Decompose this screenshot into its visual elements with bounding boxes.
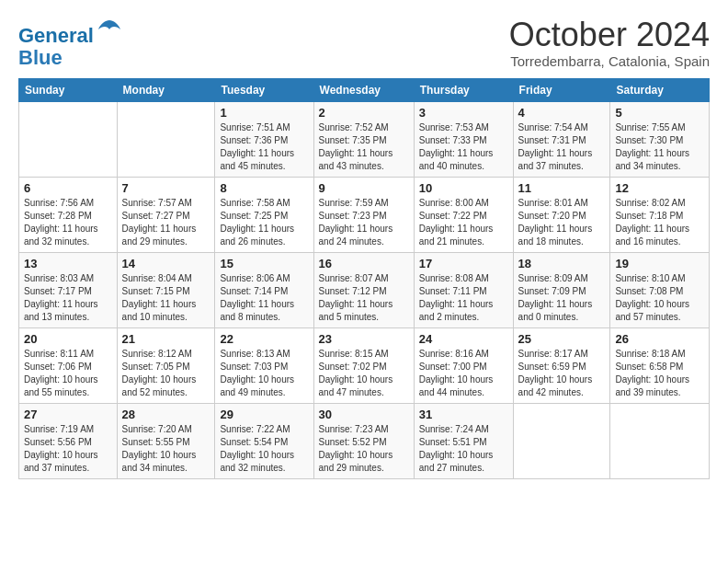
calendar-cell: 9Sunrise: 7:59 AM Sunset: 7:23 PM Daylig… xyxy=(313,178,414,253)
header-row: SundayMondayTuesdayWednesdayThursdayFrid… xyxy=(19,79,710,102)
logo-line2: Blue xyxy=(18,46,63,69)
day-of-week-header: Wednesday xyxy=(313,79,414,102)
day-number: 11 xyxy=(518,181,606,195)
day-detail: Sunrise: 8:08 AM Sunset: 7:11 PM Dayligh… xyxy=(419,272,508,324)
calendar-table: SundayMondayTuesdayWednesdayThursdayFrid… xyxy=(18,78,710,479)
day-number: 12 xyxy=(615,181,704,195)
day-number: 24 xyxy=(419,332,508,346)
day-of-week-header: Saturday xyxy=(610,79,710,102)
day-number: 3 xyxy=(419,106,508,120)
page: General Blue October 2024 Torredembarra,… xyxy=(0,0,728,488)
day-of-week-header: Sunday xyxy=(19,79,118,102)
calendar-cell: 27Sunrise: 7:19 AM Sunset: 5:56 PM Dayli… xyxy=(19,404,118,479)
logo-line1: General xyxy=(18,24,94,47)
day-number: 8 xyxy=(220,181,308,195)
day-number: 31 xyxy=(419,408,508,421)
day-of-week-header: Tuesday xyxy=(215,79,313,102)
calendar-cell: 5Sunrise: 7:55 AM Sunset: 7:30 PM Daylig… xyxy=(610,102,710,178)
day-number: 4 xyxy=(518,106,606,120)
calendar-cell: 31Sunrise: 7:24 AM Sunset: 5:51 PM Dayli… xyxy=(414,404,513,479)
day-number: 30 xyxy=(319,408,409,421)
day-detail: Sunrise: 7:22 AM Sunset: 5:54 PM Dayligh… xyxy=(220,423,308,475)
day-number: 29 xyxy=(220,408,308,421)
day-detail: Sunrise: 8:15 AM Sunset: 7:02 PM Dayligh… xyxy=(319,348,409,399)
day-detail: Sunrise: 7:54 AM Sunset: 7:31 PM Dayligh… xyxy=(518,121,606,173)
calendar-cell: 15Sunrise: 8:06 AM Sunset: 7:14 PM Dayli… xyxy=(215,253,313,328)
calendar-week-row: 20Sunrise: 8:11 AM Sunset: 7:06 PM Dayli… xyxy=(19,328,710,404)
day-of-week-header: Monday xyxy=(117,79,215,102)
day-detail: Sunrise: 7:23 AM Sunset: 5:52 PM Dayligh… xyxy=(319,423,409,475)
day-detail: Sunrise: 8:11 AM Sunset: 7:06 PM Dayligh… xyxy=(24,348,112,399)
day-number: 17 xyxy=(419,257,508,270)
calendar-cell: 26Sunrise: 8:18 AM Sunset: 6:58 PM Dayli… xyxy=(610,328,710,404)
day-number: 5 xyxy=(615,106,704,120)
calendar-cell: 3Sunrise: 7:53 AM Sunset: 7:33 PM Daylig… xyxy=(414,102,513,178)
calendar-cell: 11Sunrise: 8:01 AM Sunset: 7:20 PM Dayli… xyxy=(513,178,610,253)
calendar-body: 1Sunrise: 7:51 AM Sunset: 7:36 PM Daylig… xyxy=(19,102,710,479)
day-number: 14 xyxy=(122,257,210,270)
day-number: 23 xyxy=(319,332,409,346)
day-detail: Sunrise: 8:16 AM Sunset: 7:00 PM Dayligh… xyxy=(419,348,508,399)
calendar-week-row: 13Sunrise: 8:03 AM Sunset: 7:17 PM Dayli… xyxy=(19,253,710,328)
day-number: 7 xyxy=(122,181,210,195)
logo-text: General xyxy=(18,17,122,47)
day-number: 26 xyxy=(615,332,704,346)
day-detail: Sunrise: 7:52 AM Sunset: 7:35 PM Dayligh… xyxy=(319,121,409,173)
calendar-cell xyxy=(117,102,215,178)
day-detail: Sunrise: 8:07 AM Sunset: 7:12 PM Dayligh… xyxy=(319,272,409,324)
day-number: 13 xyxy=(24,257,112,270)
calendar-cell: 13Sunrise: 8:03 AM Sunset: 7:17 PM Dayli… xyxy=(19,253,118,328)
calendar-cell: 10Sunrise: 8:00 AM Sunset: 7:22 PM Dayli… xyxy=(414,178,513,253)
calendar-header: SundayMondayTuesdayWednesdayThursdayFrid… xyxy=(19,79,710,102)
calendar-cell: 14Sunrise: 8:04 AM Sunset: 7:15 PM Dayli… xyxy=(117,253,215,328)
calendar-cell: 20Sunrise: 8:11 AM Sunset: 7:06 PM Dayli… xyxy=(19,328,118,404)
calendar-cell: 30Sunrise: 7:23 AM Sunset: 5:52 PM Dayli… xyxy=(313,404,414,479)
day-number: 15 xyxy=(220,257,308,270)
calendar-cell: 12Sunrise: 8:02 AM Sunset: 7:18 PM Dayli… xyxy=(610,178,710,253)
calendar-week-row: 1Sunrise: 7:51 AM Sunset: 7:36 PM Daylig… xyxy=(19,102,710,178)
day-detail: Sunrise: 7:53 AM Sunset: 7:33 PM Dayligh… xyxy=(419,121,508,173)
header: General Blue October 2024 Torredembarra,… xyxy=(18,17,710,69)
day-detail: Sunrise: 8:02 AM Sunset: 7:18 PM Dayligh… xyxy=(615,197,704,248)
day-detail: Sunrise: 8:17 AM Sunset: 6:59 PM Dayligh… xyxy=(518,348,606,399)
day-of-week-header: Thursday xyxy=(414,79,513,102)
logo: General Blue xyxy=(18,17,122,69)
calendar-cell: 24Sunrise: 8:16 AM Sunset: 7:00 PM Dayli… xyxy=(414,328,513,404)
day-detail: Sunrise: 7:59 AM Sunset: 7:23 PM Dayligh… xyxy=(319,197,409,248)
title-block: October 2024 Torredembarra, Catalonia, S… xyxy=(509,17,710,69)
calendar-cell: 8Sunrise: 7:58 AM Sunset: 7:25 PM Daylig… xyxy=(215,178,313,253)
calendar-cell: 21Sunrise: 8:12 AM Sunset: 7:05 PM Dayli… xyxy=(117,328,215,404)
day-detail: Sunrise: 7:55 AM Sunset: 7:30 PM Dayligh… xyxy=(615,121,704,173)
day-detail: Sunrise: 8:04 AM Sunset: 7:15 PM Dayligh… xyxy=(122,272,210,324)
month-title: October 2024 xyxy=(509,17,710,53)
day-detail: Sunrise: 8:00 AM Sunset: 7:22 PM Dayligh… xyxy=(419,197,508,248)
day-detail: Sunrise: 7:24 AM Sunset: 5:51 PM Dayligh… xyxy=(419,423,508,475)
calendar-cell: 28Sunrise: 7:20 AM Sunset: 5:55 PM Dayli… xyxy=(117,404,215,479)
day-detail: Sunrise: 7:56 AM Sunset: 7:28 PM Dayligh… xyxy=(24,197,112,248)
day-detail: Sunrise: 7:20 AM Sunset: 5:55 PM Dayligh… xyxy=(122,423,210,475)
day-number: 2 xyxy=(319,106,409,120)
calendar-cell xyxy=(610,404,710,479)
day-detail: Sunrise: 8:01 AM Sunset: 7:20 PM Dayligh… xyxy=(518,197,606,248)
day-detail: Sunrise: 8:10 AM Sunset: 7:08 PM Dayligh… xyxy=(615,272,704,324)
calendar-cell: 22Sunrise: 8:13 AM Sunset: 7:03 PM Dayli… xyxy=(215,328,313,404)
calendar-cell: 1Sunrise: 7:51 AM Sunset: 7:36 PM Daylig… xyxy=(215,102,313,178)
day-detail: Sunrise: 8:03 AM Sunset: 7:17 PM Dayligh… xyxy=(24,272,112,324)
day-number: 6 xyxy=(24,181,112,195)
day-detail: Sunrise: 8:06 AM Sunset: 7:14 PM Dayligh… xyxy=(220,272,308,324)
day-detail: Sunrise: 8:18 AM Sunset: 6:58 PM Dayligh… xyxy=(615,348,704,399)
day-number: 10 xyxy=(419,181,508,195)
day-number: 20 xyxy=(24,332,112,346)
location: Torredembarra, Catalonia, Spain xyxy=(509,53,710,69)
day-number: 16 xyxy=(319,257,409,270)
calendar-cell: 23Sunrise: 8:15 AM Sunset: 7:02 PM Dayli… xyxy=(313,328,414,404)
day-number: 9 xyxy=(319,181,409,195)
day-number: 27 xyxy=(24,408,112,421)
calendar-cell: 19Sunrise: 8:10 AM Sunset: 7:08 PM Dayli… xyxy=(610,253,710,328)
calendar-cell: 6Sunrise: 7:56 AM Sunset: 7:28 PM Daylig… xyxy=(19,178,118,253)
calendar-week-row: 27Sunrise: 7:19 AM Sunset: 5:56 PM Dayli… xyxy=(19,404,710,479)
calendar-cell: 2Sunrise: 7:52 AM Sunset: 7:35 PM Daylig… xyxy=(313,102,414,178)
day-detail: Sunrise: 8:13 AM Sunset: 7:03 PM Dayligh… xyxy=(220,348,308,399)
calendar-cell: 16Sunrise: 8:07 AM Sunset: 7:12 PM Dayli… xyxy=(313,253,414,328)
day-number: 21 xyxy=(122,332,210,346)
